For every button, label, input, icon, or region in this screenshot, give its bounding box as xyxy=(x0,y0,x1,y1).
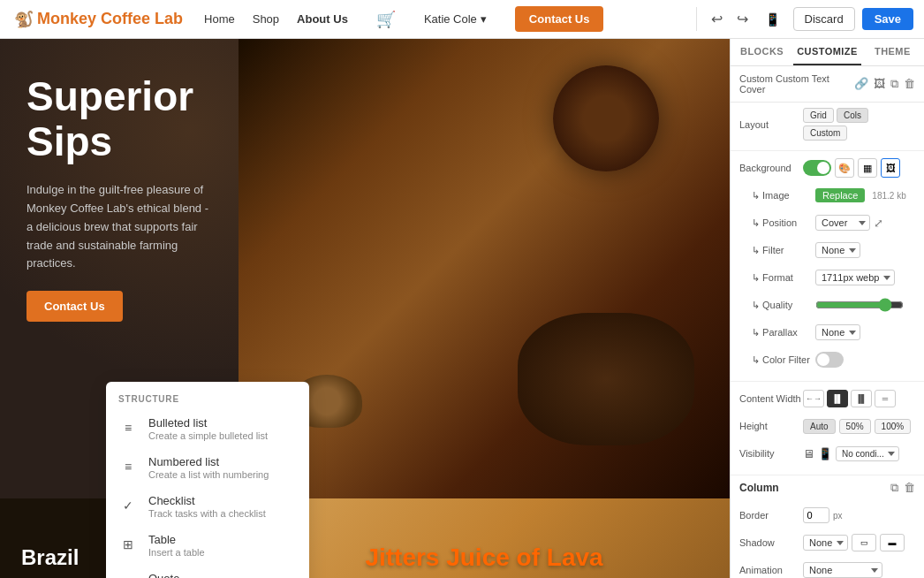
shadow-select[interactable]: None xyxy=(803,535,848,551)
filter-select[interactable]: None xyxy=(815,242,860,258)
border-input[interactable] xyxy=(803,507,829,523)
color-filter-toggle[interactable] xyxy=(815,352,844,368)
height-controls: Auto 50% 100% xyxy=(803,419,915,434)
position-label: ↳ Position xyxy=(752,217,815,229)
mobile-device-button[interactable]: 📱 xyxy=(759,9,786,30)
structure-numbered-text: Numbered list Create a list with numberi… xyxy=(148,455,269,480)
format-row: ↳ Format 1711px webp xyxy=(739,266,915,289)
height-auto-btn[interactable]: Auto xyxy=(803,419,836,434)
quality-slider[interactable] xyxy=(815,298,904,312)
link-icon[interactable]: 🔗 xyxy=(854,77,868,91)
copy-icon[interactable]: ⧉ xyxy=(890,77,898,91)
structure-popup: STRUCTURE ≡ Bulleted list Create a simpl… xyxy=(106,382,309,578)
structure-bulleted-list[interactable]: ≡ Bulleted list Create a simple bulleted… xyxy=(106,409,309,448)
image-icon[interactable]: 🖼 xyxy=(874,77,885,91)
visibility-row: Visibility 🖥 📱 No condi... xyxy=(739,442,915,465)
nav-left: 🐒 Monkey Coffee Lab Home Shop About Us 🛒… xyxy=(0,6,696,32)
toggle-knob xyxy=(817,162,829,174)
background-toggle[interactable] xyxy=(803,160,831,176)
tab-theme[interactable]: THEME xyxy=(861,39,924,65)
save-button[interactable]: Save xyxy=(862,8,913,30)
delete-icon[interactable]: 🗑 xyxy=(904,77,915,91)
structure-table[interactable]: ⊞ Table Insert a table xyxy=(106,526,309,565)
nav-shop[interactable]: Shop xyxy=(253,12,279,26)
replace-button[interactable]: Replace xyxy=(815,188,865,202)
cw-expand-icon[interactable]: ←→ xyxy=(803,390,824,407)
shadow-row: Shadow None ▭ ▬ xyxy=(739,531,915,554)
position-expand-icon[interactable]: ⤢ xyxy=(874,217,883,230)
bg-gradient-icon[interactable]: ▦ xyxy=(858,158,877,178)
border-label: Border xyxy=(739,510,803,521)
format-select[interactable]: 1711px webp xyxy=(815,270,895,285)
cw-custom-icon[interactable]: ═ xyxy=(875,390,896,407)
tab-blocks[interactable]: BLOCKS xyxy=(731,39,793,65)
main-area: Superior Sips Indulge in the guilt-free … xyxy=(0,39,924,578)
coffee-container-decoration xyxy=(553,65,659,171)
logo: 🐒 Monkey Coffee Lab xyxy=(14,10,183,29)
table-name: Table xyxy=(148,533,205,546)
structure-quote-text: Quote Add a blockquote section xyxy=(148,572,257,578)
parallax-select[interactable]: None xyxy=(815,324,860,340)
nav-about[interactable]: About Us xyxy=(297,12,348,26)
bulleted-list-icon: ≡ xyxy=(118,418,138,437)
animation-select[interactable]: None xyxy=(803,562,882,578)
device-icons: 📱 xyxy=(759,9,786,30)
structure-checklist[interactable]: ✓ Checklist Track tasks with a checklist xyxy=(106,487,309,526)
parallax-label: ↳ Parallax xyxy=(752,327,815,338)
content-width-label: Content Width xyxy=(739,393,803,404)
bg-color-icon[interactable]: 🎨 xyxy=(835,158,854,178)
tab-customize[interactable]: CUSTOMIZE xyxy=(793,39,861,65)
visibility-condition-select[interactable]: No condi... xyxy=(836,446,899,461)
user-button[interactable]: Katie Cole ▾ xyxy=(424,12,487,26)
canvas: Superior Sips Indulge in the guilt-free … xyxy=(0,39,730,578)
structure-popup-header: STRUCTURE xyxy=(106,389,309,409)
structure-numbered-list[interactable]: ≡ Numbered list Create a list with numbe… xyxy=(106,448,309,487)
filter-controls: None xyxy=(815,242,915,258)
animation-label: Animation xyxy=(739,565,803,575)
position-row: ↳ Position Cover Contain Fill ⤢ xyxy=(739,211,915,234)
bulleted-list-name: Bulleted list xyxy=(148,416,268,430)
cw-center-icon[interactable]: ▐▌ xyxy=(827,390,848,407)
checklist-desc: Track tasks with a checklist xyxy=(148,508,266,519)
color-filter-label: ↳ Color Filter xyxy=(752,354,815,366)
top-bar: 🐒 Monkey Coffee Lab Home Shop About Us 🛒… xyxy=(0,0,924,39)
contact-button[interactable]: Contact Us xyxy=(515,6,604,32)
coffee-background xyxy=(239,39,730,498)
visibility-controls: 🖥 📱 No condi... xyxy=(803,446,915,461)
shadow-style-2[interactable]: ▬ xyxy=(880,534,905,551)
bg-image-icon[interactable]: 🖼 xyxy=(881,158,900,178)
image-controls: Replace 181.2 kb xyxy=(815,188,915,202)
redo-button[interactable]: ↪ xyxy=(733,7,752,31)
layout-row: Layout Grid Cols Custom xyxy=(739,108,915,141)
mobile-visible-icon[interactable]: 📱 xyxy=(818,447,832,460)
quality-row: ↳ Quality xyxy=(739,293,915,316)
height-100-btn[interactable]: 100% xyxy=(875,419,912,434)
numbered-list-name: Numbered list xyxy=(148,455,269,468)
nav-home[interactable]: Home xyxy=(204,12,235,26)
quote-name: Quote xyxy=(148,572,257,578)
bottom-right-section: Jitters Juice of Lava xyxy=(239,498,730,578)
discard-button[interactable]: Discard xyxy=(793,7,855,31)
hero-cta-button[interactable]: Contact Us xyxy=(27,291,123,322)
position-controls: Cover Contain Fill ⤢ xyxy=(815,215,915,231)
panel-content: Custom Custom Text Cover 🔗 🖼 ⧉ 🗑 Layout … xyxy=(731,66,924,578)
image-label: ↳ Image xyxy=(752,190,815,202)
user-name: Katie Cole xyxy=(424,12,477,26)
column-delete-icon[interactable]: 🗑 xyxy=(904,481,915,495)
layout-cols-btn[interactable]: Cols xyxy=(837,108,868,123)
layout-section: Layout Grid Cols Custom xyxy=(731,103,924,151)
shadow-style-1[interactable]: ▭ xyxy=(852,534,876,551)
desktop-visible-icon[interactable]: 🖥 xyxy=(803,447,814,460)
cw-narrow-icon[interactable]: ▐▌ xyxy=(851,390,872,407)
layout-custom-btn[interactable]: Custom xyxy=(803,125,847,141)
undo-button[interactable]: ↩ xyxy=(708,7,726,31)
cart-icon[interactable]: 🛒 xyxy=(376,10,396,29)
column-copy-icon[interactable]: ⧉ xyxy=(890,481,898,495)
parallax-controls: None xyxy=(815,324,915,340)
animation-controls: None xyxy=(803,562,915,578)
position-select[interactable]: Cover Contain Fill xyxy=(815,215,870,231)
logo-monkey: 🐒 xyxy=(14,10,34,29)
height-50-btn[interactable]: 50% xyxy=(839,419,871,434)
layout-grid-btn[interactable]: Grid xyxy=(803,108,834,123)
structure-quote[interactable]: ❝ Quote Add a blockquote section xyxy=(106,565,309,578)
